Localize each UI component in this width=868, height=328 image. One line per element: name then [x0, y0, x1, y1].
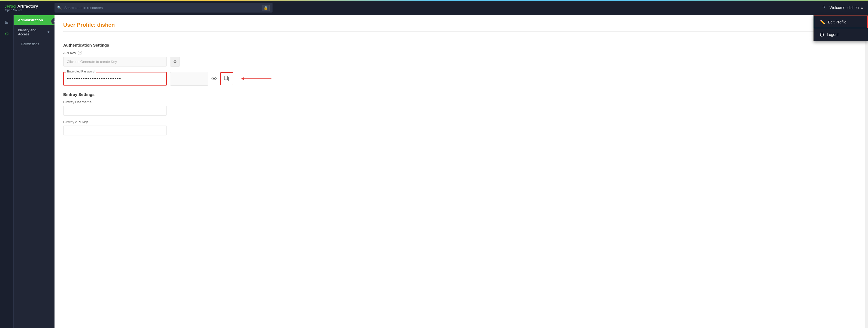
red-arrow-svg — [239, 75, 272, 83]
svg-marker-3 — [242, 77, 244, 80]
user-dropdown-menu: ✏️ Edit Profile ⏻ Logout — [813, 15, 868, 41]
svg-rect-1 — [224, 76, 227, 80]
api-key-gear-button[interactable]: ⚙ — [170, 57, 180, 66]
sidebar-main: Administration Identity and Access ▼ Per… — [13, 15, 55, 49]
bintray-title: Bintray Settings — [63, 92, 859, 97]
api-key-label: API Key ? — [63, 51, 859, 55]
gear-icon: ⚙ — [173, 59, 177, 65]
edit-profile-item[interactable]: ✏️ Edit Profile — [814, 15, 868, 28]
permissions-label: Permissions — [21, 42, 39, 46]
top-banner — [0, 0, 868, 1]
sidebar-section: Identity and Access ▼ Permissions — [13, 25, 55, 49]
api-key-help-icon[interactable]: ? — [78, 51, 82, 55]
top-divider — [63, 37, 859, 37]
user-greeting[interactable]: Welcome, dishen ▲ — [830, 5, 864, 10]
logo-edition: Open Source — [5, 8, 48, 12]
auth-settings-title: Authentication Settings — [63, 43, 859, 47]
logo-artifactory: Artifactory — [18, 4, 38, 8]
copy-button[interactable] — [220, 72, 233, 85]
search-icon: 🔍 — [57, 5, 62, 10]
logout-label: Logout — [827, 32, 839, 37]
copy-icon — [224, 75, 230, 83]
page-title-prefix: User Profile: — [63, 22, 97, 28]
sidebar-icons: ⊞ ⚙ — [0, 15, 13, 328]
gear-sidebar-icon[interactable]: ⚙ — [4, 30, 10, 38]
user-caret-icon: ▲ — [860, 6, 864, 9]
encrypted-password-row: Encrypted Password 👁 — [63, 72, 859, 86]
collapse-icon: ◀ — [54, 20, 55, 23]
encrypted-password-input[interactable] — [63, 72, 167, 86]
bintray-username-input[interactable] — [63, 106, 167, 116]
identity-access-label: Identity and Access — [18, 28, 47, 36]
logout-icon: ⏻ — [820, 32, 824, 37]
edit-profile-label: Edit Profile — [828, 20, 846, 24]
top-nav: JFrog Artifactory Open Source 🔍 🔒 ? Welc… — [0, 0, 868, 15]
red-arrow-annotation — [239, 75, 272, 83]
bintray-section: Bintray Settings Bintray Username Bintra… — [63, 92, 859, 135]
search-bar: 🔍 🔒 — [55, 3, 273, 12]
sidebar: ◀ ⊞ ⚙ Administration Identity and Access… — [0, 15, 55, 328]
search-input[interactable] — [55, 3, 273, 12]
bintray-apikey-input[interactable] — [63, 126, 167, 135]
logo-jfrog: JFrog — [4, 4, 16, 8]
edit-profile-icon: ✏️ — [820, 19, 825, 25]
page-title-username: dishen — [97, 22, 115, 28]
bintray-apikey-label: Bintray API Key — [63, 120, 859, 124]
encrypted-password-label: Encrypted Password — [66, 70, 96, 73]
logout-item[interactable]: ⏻ Logout — [814, 28, 868, 41]
page-title: User Profile: dishen — [63, 22, 859, 32]
nav-right: ? Welcome, dishen ▲ — [823, 5, 864, 11]
eye-icon[interactable]: 👁 — [212, 76, 217, 82]
grid-icon[interactable]: ⊞ — [4, 19, 9, 26]
logo-area: JFrog Artifactory Open Source — [4, 4, 48, 12]
api-key-input[interactable] — [63, 57, 167, 66]
api-key-row: ⚙ — [63, 57, 859, 66]
bintray-username-label: Bintray Username — [63, 100, 859, 104]
encrypted-field-wrap: Encrypted Password — [63, 72, 167, 86]
encrypted-extra-input[interactable] — [170, 72, 208, 86]
help-icon[interactable]: ? — [823, 5, 825, 11]
main-content: User Profile: dishen Authentication Sett… — [55, 15, 868, 328]
scrollbar[interactable] — [865, 15, 868, 328]
api-key-text: API Key — [63, 51, 76, 55]
caret-icon: ▼ — [47, 30, 50, 34]
welcome-text: Welcome, dishen — [830, 5, 859, 10]
sidebar-item-permissions[interactable]: Permissions — [13, 39, 55, 49]
lock-icon: 🔒 — [261, 5, 270, 11]
administration-button[interactable]: Administration — [13, 15, 55, 25]
sidebar-item-identity-access[interactable]: Identity and Access ▼ — [13, 25, 55, 39]
